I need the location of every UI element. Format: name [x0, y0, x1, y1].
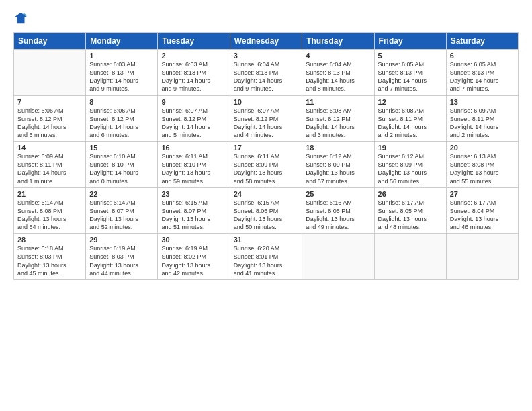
- day-number: 10: [234, 98, 299, 106]
- calendar-cell: 19Sunrise: 6:12 AM Sunset: 8:09 PM Dayli…: [374, 142, 446, 188]
- day-info: Sunrise: 6:08 AM Sunset: 8:12 PM Dayligh…: [306, 107, 370, 140]
- day-number: 21: [17, 190, 82, 198]
- day-number: 26: [378, 190, 443, 198]
- calendar-week-1: 1Sunrise: 6:03 AM Sunset: 8:13 PM Daylig…: [14, 50, 519, 96]
- day-info: Sunrise: 6:11 AM Sunset: 8:09 PM Dayligh…: [234, 152, 299, 185]
- day-number: 7: [17, 98, 82, 106]
- day-info: Sunrise: 6:15 AM Sunset: 8:06 PM Dayligh…: [234, 199, 299, 232]
- day-info: Sunrise: 6:09 AM Sunset: 8:11 PM Dayligh…: [17, 152, 82, 185]
- day-info: Sunrise: 6:12 AM Sunset: 8:09 PM Dayligh…: [306, 152, 370, 185]
- svg-marker-1: [24, 13, 27, 16]
- calendar-header-wednesday: Wednesday: [230, 33, 302, 50]
- calendar-header-tuesday: Tuesday: [158, 33, 230, 50]
- day-info: Sunrise: 6:17 AM Sunset: 8:04 PM Dayligh…: [450, 199, 515, 232]
- day-info: Sunrise: 6:19 AM Sunset: 8:02 PM Dayligh…: [161, 244, 226, 277]
- logo: [13, 11, 31, 26]
- day-info: Sunrise: 6:05 AM Sunset: 8:13 PM Dayligh…: [450, 60, 515, 93]
- day-number: 15: [89, 144, 154, 152]
- day-number: 28: [17, 236, 82, 244]
- day-number: 30: [161, 236, 226, 244]
- calendar-cell: 30Sunrise: 6:19 AM Sunset: 8:02 PM Dayli…: [158, 234, 230, 280]
- calendar-cell: 16Sunrise: 6:11 AM Sunset: 8:10 PM Dayli…: [158, 142, 230, 188]
- day-number: 6: [450, 52, 515, 60]
- day-info: Sunrise: 6:03 AM Sunset: 8:13 PM Dayligh…: [161, 60, 226, 93]
- page: SundayMondayTuesdayWednesdayThursdayFrid…: [0, 0, 532, 411]
- calendar-cell: 6Sunrise: 6:05 AM Sunset: 8:13 PM Daylig…: [446, 50, 518, 96]
- calendar-cell: 5Sunrise: 6:05 AM Sunset: 8:13 PM Daylig…: [374, 50, 446, 96]
- calendar-cell: 15Sunrise: 6:10 AM Sunset: 8:10 PM Dayli…: [86, 142, 158, 188]
- calendar-cell: 20Sunrise: 6:13 AM Sunset: 8:08 PM Dayli…: [446, 142, 518, 188]
- calendar-header-row: SundayMondayTuesdayWednesdayThursdayFrid…: [14, 33, 519, 50]
- calendar-week-2: 7Sunrise: 6:06 AM Sunset: 8:12 PM Daylig…: [14, 95, 519, 142]
- header: [13, 11, 519, 26]
- calendar-cell: 10Sunrise: 6:07 AM Sunset: 8:12 PM Dayli…: [230, 95, 302, 142]
- day-info: Sunrise: 6:14 AM Sunset: 8:08 PM Dayligh…: [17, 199, 82, 232]
- day-info: Sunrise: 6:12 AM Sunset: 8:09 PM Dayligh…: [378, 152, 443, 185]
- day-info: Sunrise: 6:18 AM Sunset: 8:03 PM Dayligh…: [17, 244, 82, 277]
- calendar-cell: 29Sunrise: 6:19 AM Sunset: 8:03 PM Dayli…: [86, 234, 158, 280]
- day-info: Sunrise: 6:04 AM Sunset: 8:13 PM Dayligh…: [306, 60, 370, 93]
- calendar-cell: 27Sunrise: 6:17 AM Sunset: 8:04 PM Dayli…: [446, 187, 518, 234]
- day-number: 17: [234, 144, 299, 152]
- day-info: Sunrise: 6:14 AM Sunset: 8:07 PM Dayligh…: [89, 199, 154, 232]
- day-info: Sunrise: 6:17 AM Sunset: 8:05 PM Dayligh…: [378, 199, 443, 232]
- day-number: 9: [161, 98, 226, 106]
- calendar-header-sunday: Sunday: [14, 33, 86, 50]
- day-number: 29: [89, 236, 154, 244]
- calendar-header-thursday: Thursday: [302, 33, 374, 50]
- day-number: 23: [161, 190, 226, 198]
- calendar-cell: 22Sunrise: 6:14 AM Sunset: 8:07 PM Dayli…: [86, 187, 158, 234]
- day-number: 8: [89, 98, 154, 106]
- day-info: Sunrise: 6:08 AM Sunset: 8:11 PM Dayligh…: [378, 107, 443, 140]
- day-info: Sunrise: 6:15 AM Sunset: 8:07 PM Dayligh…: [161, 199, 226, 232]
- day-number: 25: [306, 190, 370, 198]
- calendar-cell: 7Sunrise: 6:06 AM Sunset: 8:12 PM Daylig…: [14, 95, 86, 142]
- day-number: 1: [89, 52, 154, 60]
- calendar-cell: [14, 50, 86, 96]
- calendar-cell: 1Sunrise: 6:03 AM Sunset: 8:13 PM Daylig…: [86, 50, 158, 96]
- day-number: 3: [234, 52, 299, 60]
- day-number: 16: [161, 144, 226, 152]
- calendar-cell: [446, 234, 518, 280]
- calendar-cell: 14Sunrise: 6:09 AM Sunset: 8:11 PM Dayli…: [14, 142, 86, 188]
- calendar-cell: 12Sunrise: 6:08 AM Sunset: 8:11 PM Dayli…: [374, 95, 446, 142]
- day-number: 18: [306, 144, 370, 152]
- day-info: Sunrise: 6:20 AM Sunset: 8:01 PM Dayligh…: [234, 244, 299, 277]
- calendar-cell: 3Sunrise: 6:04 AM Sunset: 8:13 PM Daylig…: [230, 50, 302, 96]
- day-info: Sunrise: 6:06 AM Sunset: 8:12 PM Dayligh…: [17, 107, 82, 140]
- day-number: 24: [234, 190, 299, 198]
- calendar-cell: 23Sunrise: 6:15 AM Sunset: 8:07 PM Dayli…: [158, 187, 230, 234]
- day-info: Sunrise: 6:13 AM Sunset: 8:08 PM Dayligh…: [450, 152, 515, 185]
- day-info: Sunrise: 6:07 AM Sunset: 8:12 PM Dayligh…: [234, 107, 299, 140]
- day-info: Sunrise: 6:05 AM Sunset: 8:13 PM Dayligh…: [378, 60, 443, 93]
- day-number: 19: [378, 144, 443, 152]
- day-info: Sunrise: 6:06 AM Sunset: 8:12 PM Dayligh…: [89, 107, 154, 140]
- day-info: Sunrise: 6:16 AM Sunset: 8:05 PM Dayligh…: [306, 199, 370, 232]
- logo-icon: [13, 11, 28, 26]
- day-number: 13: [450, 98, 515, 106]
- day-number: 31: [234, 236, 299, 244]
- day-number: 22: [89, 190, 154, 198]
- day-info: Sunrise: 6:07 AM Sunset: 8:12 PM Dayligh…: [161, 107, 226, 140]
- day-info: Sunrise: 6:19 AM Sunset: 8:03 PM Dayligh…: [89, 244, 154, 277]
- day-number: 4: [306, 52, 370, 60]
- calendar-cell: 8Sunrise: 6:06 AM Sunset: 8:12 PM Daylig…: [86, 95, 158, 142]
- calendar-week-5: 28Sunrise: 6:18 AM Sunset: 8:03 PM Dayli…: [14, 234, 519, 280]
- day-number: 20: [450, 144, 515, 152]
- calendar-cell: 17Sunrise: 6:11 AM Sunset: 8:09 PM Dayli…: [230, 142, 302, 188]
- calendar-cell: [374, 234, 446, 280]
- day-info: Sunrise: 6:03 AM Sunset: 8:13 PM Dayligh…: [89, 60, 154, 93]
- day-info: Sunrise: 6:11 AM Sunset: 8:10 PM Dayligh…: [161, 152, 226, 185]
- day-number: 14: [17, 144, 82, 152]
- day-info: Sunrise: 6:04 AM Sunset: 8:13 PM Dayligh…: [234, 60, 299, 93]
- calendar-table: SundayMondayTuesdayWednesdayThursdayFrid…: [13, 32, 519, 280]
- calendar-cell: 13Sunrise: 6:09 AM Sunset: 8:11 PM Dayli…: [446, 95, 518, 142]
- calendar-body: 1Sunrise: 6:03 AM Sunset: 8:13 PM Daylig…: [14, 50, 519, 280]
- calendar-week-3: 14Sunrise: 6:09 AM Sunset: 8:11 PM Dayli…: [14, 142, 519, 188]
- calendar-cell: 18Sunrise: 6:12 AM Sunset: 8:09 PM Dayli…: [302, 142, 374, 188]
- calendar-cell: 26Sunrise: 6:17 AM Sunset: 8:05 PM Dayli…: [374, 187, 446, 234]
- calendar-cell: 31Sunrise: 6:20 AM Sunset: 8:01 PM Dayli…: [230, 234, 302, 280]
- calendar-cell: 4Sunrise: 6:04 AM Sunset: 8:13 PM Daylig…: [302, 50, 374, 96]
- calendar-cell: 2Sunrise: 6:03 AM Sunset: 8:13 PM Daylig…: [158, 50, 230, 96]
- day-number: 11: [306, 98, 370, 106]
